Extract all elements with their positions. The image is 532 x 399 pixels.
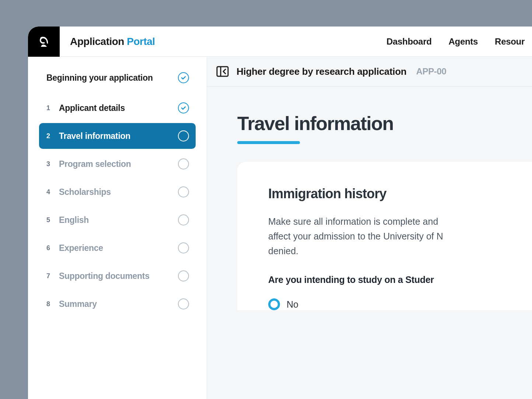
step-label: Applicant details — [59, 103, 178, 113]
step-number: 8 — [46, 300, 55, 308]
body-area: Beginning your application 1 Applicant d… — [28, 57, 532, 399]
card-title: Immigration history — [268, 186, 532, 202]
nav-links: Dashboard Agents Resour — [386, 36, 532, 47]
circle-icon — [178, 298, 189, 309]
check-icon — [178, 72, 189, 83]
section-underline — [237, 141, 300, 144]
sidebar-item-program-selection[interactable]: 3 Program selection — [39, 151, 196, 177]
circle-icon — [178, 214, 189, 225]
step-label: Scholarships — [59, 187, 178, 197]
radio-option-no[interactable]: No — [268, 298, 532, 310]
step-number: 3 — [46, 160, 55, 168]
sidebar-item-travel-information[interactable]: 2 Travel information — [39, 123, 196, 149]
circle-icon — [178, 186, 189, 197]
sidebar-item-applicant-details[interactable]: 1 Applicant details — [39, 95, 196, 121]
step-label: Travel information — [59, 131, 178, 141]
collapse-left-icon — [216, 65, 229, 78]
sidebar-item-english[interactable]: 5 English — [39, 207, 196, 233]
section-title: Travel information — [237, 112, 532, 134]
step-label: Program selection — [59, 159, 178, 169]
step-number: 1 — [46, 104, 55, 112]
horse-logo-icon — [36, 34, 52, 50]
main-content: Higher degree by research application AP… — [207, 57, 532, 399]
circle-icon — [178, 270, 189, 281]
app-header: Application Portal Dashboard Agents Reso… — [28, 27, 532, 57]
nav-dashboard[interactable]: Dashboard — [386, 36, 432, 47]
circle-icon — [178, 130, 189, 141]
immigration-history-card: Immigration history Make sure all inform… — [237, 162, 532, 310]
question-student-visa: Are you intending to study on a Studer — [268, 274, 532, 285]
step-label: Summary — [59, 299, 178, 309]
application-window: Application Portal Dashboard Agents Reso… — [28, 27, 532, 399]
sidebar-header[interactable]: Beginning your application — [39, 67, 196, 88]
back-button[interactable] — [216, 65, 229, 78]
page-header: Higher degree by research application AP… — [207, 57, 532, 87]
page-title: Higher degree by research application — [237, 66, 406, 77]
sidebar-item-supporting-documents[interactable]: 7 Supporting documents — [39, 263, 196, 289]
sidebar-item-scholarships[interactable]: 4 Scholarships — [39, 179, 196, 205]
step-label: Supporting documents — [59, 271, 178, 281]
check-icon — [178, 102, 189, 113]
sidebar-item-summary[interactable]: 8 Summary — [39, 291, 196, 317]
app-title: Application Portal — [70, 36, 155, 48]
step-number: 2 — [46, 132, 55, 140]
nav-agents[interactable]: Agents — [449, 36, 478, 47]
sidebar: Beginning your application 1 Applicant d… — [28, 57, 207, 399]
sidebar-item-experience[interactable]: 6 Experience — [39, 235, 196, 261]
step-label: English — [59, 215, 178, 225]
nav-resources[interactable]: Resour — [495, 36, 525, 47]
content: Travel information Immigration history M… — [207, 87, 532, 310]
circle-icon — [178, 242, 189, 253]
card-body: Make sure all information is complete an… — [268, 214, 532, 258]
app-title-part2: Portal — [127, 36, 155, 47]
step-number: 7 — [46, 272, 55, 280]
step-number: 5 — [46, 216, 55, 224]
application-id: APP-00 — [416, 66, 446, 77]
app-title-part1: Application — [70, 36, 124, 47]
step-label: Experience — [59, 243, 178, 253]
sidebar-header-label: Beginning your application — [46, 73, 153, 83]
circle-icon — [178, 158, 189, 169]
radio-label: No — [287, 299, 298, 310]
step-number: 6 — [46, 244, 55, 252]
step-number: 4 — [46, 188, 55, 196]
radio-selected-icon — [268, 298, 280, 310]
logo[interactable] — [28, 27, 60, 57]
svg-rect-0 — [217, 67, 228, 76]
